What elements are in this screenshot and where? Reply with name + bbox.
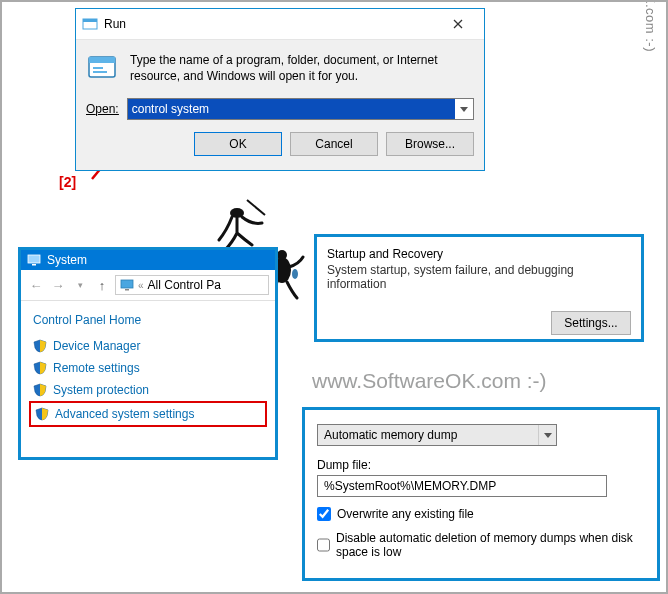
disable-delete-checkbox[interactable] <box>317 538 330 552</box>
shield-icon <box>33 339 47 353</box>
svg-point-13 <box>277 250 287 260</box>
disable-delete-label: Disable automatic deletion of memory dum… <box>336 531 645 559</box>
startup-subtitle: System startup, system failure, and debu… <box>327 263 631 291</box>
run-open-row: Open: <box>76 94 484 132</box>
system-window: System ← → ▾ ↑ « All Control Pa Control … <box>18 247 278 460</box>
watermark-vertical: www.SoftwareOK.com :-) <box>643 0 658 52</box>
svg-rect-19 <box>125 289 129 291</box>
shield-icon <box>33 383 47 397</box>
startup-recovery-panel: Startup and Recovery System startup, sys… <box>314 234 644 342</box>
nav-up-icon[interactable]: ↑ <box>93 278 111 293</box>
chevron-down-icon[interactable] <box>455 99 473 119</box>
sidebar-item-remote-settings[interactable]: Remote settings <box>29 357 267 379</box>
sidebar-item-label: Advanced system settings <box>55 407 194 421</box>
run-title-text: Run <box>104 17 438 31</box>
ok-button[interactable]: OK <box>194 132 282 156</box>
address-text: All Control Pa <box>148 278 221 292</box>
sidebar-item-label: Device Manager <box>53 339 140 353</box>
overwrite-label: Overwrite any existing file <box>337 507 474 521</box>
sidebar-item-system-protection[interactable]: System protection <box>29 379 267 401</box>
monitor-icon <box>120 279 134 291</box>
dump-file-label: Dump file: <box>317 458 645 472</box>
monitor-icon <box>27 254 41 266</box>
system-title-text: System <box>47 253 87 267</box>
open-input[interactable] <box>128 99 455 119</box>
chevron-down-icon[interactable] <box>538 425 556 445</box>
close-button[interactable] <box>438 13 478 35</box>
address-bar[interactable]: « All Control Pa <box>115 275 269 295</box>
run-dialog: Run Type the name of a program, folder, … <box>75 8 485 171</box>
open-label: Open: <box>86 102 119 116</box>
svg-rect-3 <box>83 19 97 22</box>
sidebar-item-device-manager[interactable]: Device Manager <box>29 335 267 357</box>
svg-rect-7 <box>89 57 115 63</box>
overwrite-checkbox-row[interactable]: Overwrite any existing file <box>317 507 645 521</box>
run-app-icon <box>82 17 98 31</box>
control-panel-home[interactable]: Control Panel Home <box>21 301 275 335</box>
settings-button[interactable]: Settings... <box>551 311 631 335</box>
svg-rect-16 <box>28 255 40 263</box>
startup-title: Startup and Recovery <box>327 247 631 261</box>
run-body: Type the name of a program, folder, docu… <box>76 40 484 94</box>
shield-icon <box>33 361 47 375</box>
cancel-button[interactable]: Cancel <box>290 132 378 156</box>
nav-forward-icon[interactable]: → <box>49 278 67 293</box>
svg-rect-9 <box>93 71 107 73</box>
run-titlebar: Run <box>76 9 484 40</box>
overwrite-checkbox[interactable] <box>317 507 331 521</box>
annotation-2: [2] <box>59 174 76 190</box>
nav-back-icon[interactable]: ← <box>27 278 45 293</box>
sidebar-item-advanced-system-settings[interactable]: Advanced system settings <box>29 401 267 427</box>
svg-rect-8 <box>93 67 103 69</box>
chevron-down-icon[interactable]: ▾ <box>71 280 89 290</box>
run-button-row: OK Cancel Browse... <box>76 132 484 170</box>
svg-rect-17 <box>32 264 36 266</box>
shield-icon <box>35 407 49 421</box>
run-program-icon <box>86 52 120 86</box>
sidebar-item-label: Remote settings <box>53 361 140 375</box>
system-nav: ← → ▾ ↑ « All Control Pa <box>21 270 275 301</box>
dump-settings-panel: Automatic memory dump Dump file: Overwri… <box>302 407 660 581</box>
watermark-center: www.SoftwareOK.com :-) <box>312 369 547 393</box>
svg-point-15 <box>292 269 298 279</box>
svg-line-11 <box>247 200 265 215</box>
dump-type-value: Automatic memory dump <box>318 428 538 442</box>
dump-type-combobox[interactable]: Automatic memory dump <box>317 424 557 446</box>
system-link-list: Device Manager Remote settings System pr… <box>21 335 275 429</box>
system-titlebar: System <box>21 250 275 270</box>
open-combobox[interactable] <box>127 98 474 120</box>
sidebar-item-label: System protection <box>53 383 149 397</box>
run-description: Type the name of a program, folder, docu… <box>130 52 474 86</box>
dump-file-input[interactable] <box>317 475 607 497</box>
disable-delete-checkbox-row[interactable]: Disable automatic deletion of memory dum… <box>317 531 645 559</box>
browse-button[interactable]: Browse... <box>386 132 474 156</box>
svg-rect-18 <box>121 280 133 288</box>
